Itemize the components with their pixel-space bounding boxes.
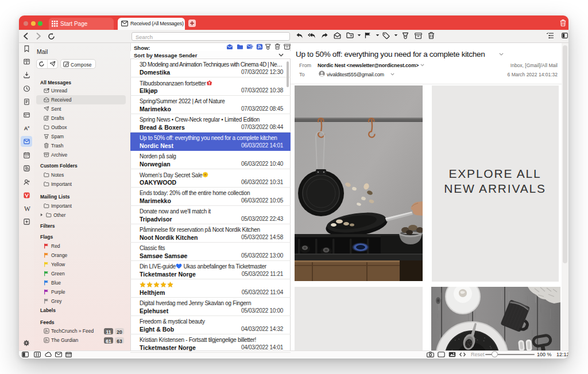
- svg-text:W: W: [24, 205, 30, 212]
- svg-text:x: x: [28, 125, 30, 128]
